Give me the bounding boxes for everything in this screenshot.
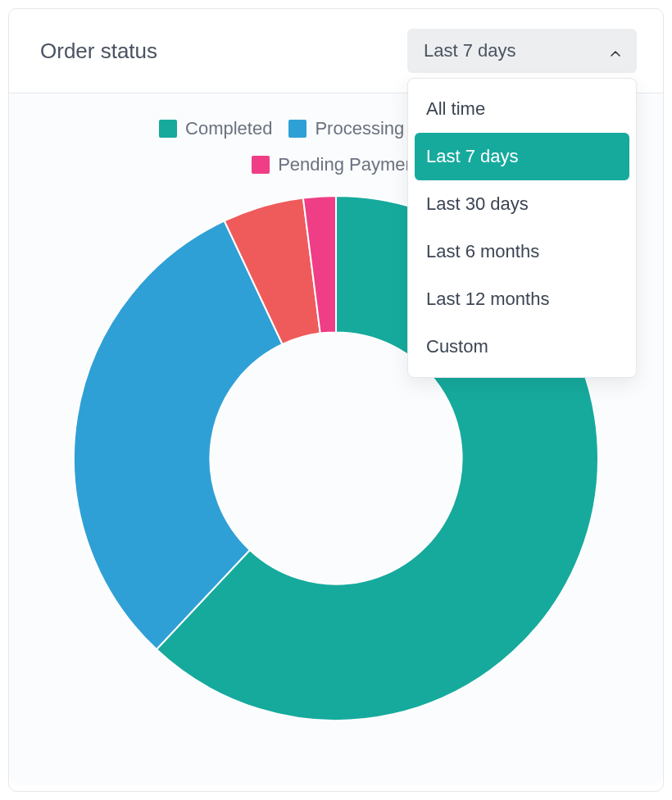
legend-swatch: [288, 120, 306, 138]
time-range-option[interactable]: Last 12 months: [415, 275, 629, 323]
time-range-dropdown: Last 7 days All timeLast 7 daysLast 30 d…: [407, 29, 637, 73]
legend-item[interactable]: Pending Payment: [252, 154, 420, 175]
legend-label: Processing: [315, 118, 404, 139]
caret-up-icon: [611, 40, 620, 61]
time-range-option[interactable]: Custom: [415, 323, 629, 370]
time-range-selected-label: Last 7 days: [424, 40, 516, 61]
legend-item[interactable]: Processing: [288, 118, 404, 139]
time-range-trigger[interactable]: Last 7 days: [407, 29, 637, 73]
order-status-card: Order status Last 7 days All timeLast 7 …: [8, 8, 664, 792]
legend-label: Completed: [185, 118, 272, 139]
legend-item[interactable]: Completed: [159, 118, 272, 139]
time-range-option[interactable]: Last 30 days: [415, 180, 629, 228]
legend-label: Pending Payment: [278, 154, 420, 175]
legend-swatch: [252, 156, 270, 174]
card-header: Order status Last 7 days All timeLast 7 …: [9, 9, 663, 93]
time-range-option[interactable]: Last 7 days: [415, 133, 629, 180]
time-range-menu: All timeLast 7 daysLast 30 daysLast 6 mo…: [407, 78, 637, 378]
time-range-option[interactable]: All time: [415, 85, 629, 133]
legend-swatch: [159, 120, 177, 138]
card-title: Order status: [40, 39, 157, 64]
time-range-option[interactable]: Last 6 months: [415, 228, 629, 275]
